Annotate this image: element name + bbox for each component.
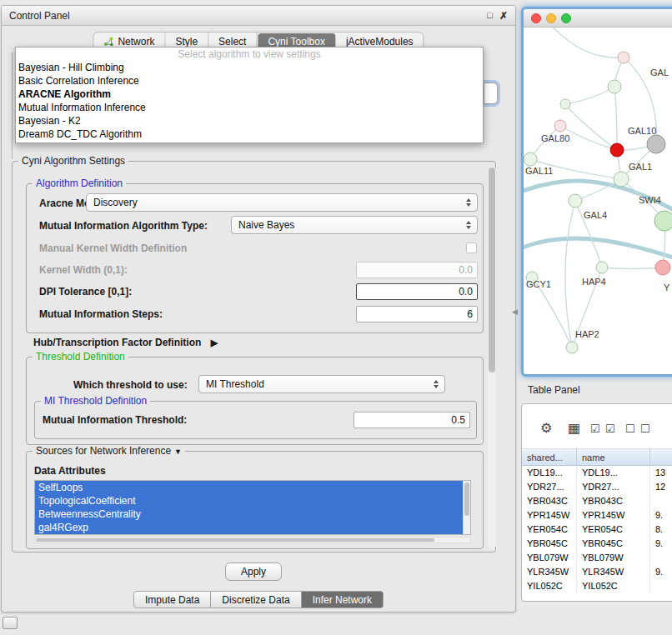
network-icon — [103, 37, 113, 47]
network-node[interactable] — [608, 80, 621, 93]
which-threshold-select[interactable]: MI Threshold — [198, 375, 445, 393]
algorithm-option[interactable]: Bayesian - K2 — [16, 114, 483, 128]
panel-divider-arrow[interactable]: ◀ — [512, 308, 518, 316]
network-node[interactable] — [610, 143, 624, 157]
network-node[interactable] — [647, 135, 665, 153]
column-header-extra[interactable] — [650, 449, 672, 465]
threshold-definition-group: Threshold Definition Which threshold to … — [26, 357, 484, 445]
combo-stepper-icon — [464, 198, 473, 207]
network-node-label: GAL4 — [584, 210, 607, 220]
cell-extra — [650, 579, 672, 593]
gear-icon[interactable]: ⚙ — [540, 420, 552, 436]
bottom-tab[interactable]: Impute Data — [133, 591, 211, 608]
manual-kernel-label: Manual Kernel Width Definition — [39, 242, 187, 254]
manual-kernel-checkbox[interactable] — [466, 242, 477, 253]
dpi-tolerance-input[interactable] — [356, 283, 478, 300]
network-node[interactable] — [569, 194, 582, 208]
close-window-icon[interactable]: ✗ — [499, 10, 508, 22]
unchecked-box-icon[interactable]: ☐ — [640, 422, 650, 435]
unchecked-box-icon[interactable]: ☐ — [625, 422, 635, 435]
mi-type-value: Naive Bayes — [238, 219, 294, 231]
algorithm-option[interactable]: ARACNE Algorithm — [16, 88, 483, 101]
table-panel: ⚙ ▦ ☑ ☑ ☐ ☐ shared... name YDL19... YDL1… — [521, 403, 672, 602]
cyni-settings-group: Cyni Algorithm Settings Algorithm Defini… — [12, 161, 496, 552]
network-node[interactable] — [618, 52, 629, 63]
table-row[interactable]: YBR043C YBR043C — [522, 494, 672, 508]
algorithm-option[interactable]: Dream8 DC_TDC Algorithm — [16, 128, 483, 141]
cell-name: YDR27... — [577, 480, 650, 494]
network-edge[interactable] — [614, 87, 617, 150]
table-row[interactable]: YPR145W YPR145W 9. — [522, 508, 672, 522]
network-edge[interactable] — [565, 201, 575, 348]
table-row[interactable]: YDR27... YDR27... 12 — [522, 480, 672, 494]
network-edge[interactable] — [565, 104, 617, 150]
float-window-icon[interactable]: □ — [487, 10, 493, 20]
hub-definition-toggle[interactable]: Hub/Transcription Factor Definition ▶ — [33, 337, 218, 348]
sources-toggle[interactable]: Sources for Network Inference▼ — [33, 445, 185, 457]
network-edge[interactable] — [565, 87, 614, 104]
network-node-label: Y — [664, 282, 670, 292]
network-node[interactable] — [655, 260, 670, 275]
table-row[interactable]: YBR045C YBR045C 9. — [522, 537, 672, 551]
columns-icon[interactable]: ▦ — [568, 420, 580, 436]
mi-type-label: Mutual Information Algorithm Type: — [39, 220, 208, 232]
panel-tab-label: Network — [118, 36, 154, 48]
network-edge[interactable] — [549, 28, 624, 58]
cell-shared-name: YDL19... — [522, 466, 577, 480]
network-view-window: GAL80GAL10GAL11GAL1SWI4GAL4GCY1HAP4HAP2G… — [521, 7, 672, 377]
attribute-list-item[interactable]: SelfLoops — [35, 481, 470, 494]
table-row[interactable]: YDL19... YDL19... 13 — [522, 466, 672, 480]
network-canvas[interactable]: GAL80GAL10GAL11GAL1SWI4GAL4GCY1HAP4HAP2G… — [524, 28, 672, 374]
attribute-list-item[interactable]: TopologicalCoefficient — [35, 494, 470, 508]
list-horizontal-scrollbar[interactable] — [34, 537, 471, 543]
minimized-panel-icon[interactable] — [3, 617, 18, 629]
network-node[interactable] — [524, 152, 537, 166]
mi-threshold-input[interactable] — [354, 412, 470, 428]
cyni-settings-title: Cyni Algorithm Settings — [18, 155, 128, 167]
list-vertical-scrollbar[interactable] — [463, 481, 470, 534]
network-node[interactable] — [614, 172, 629, 187]
attribute-list-item[interactable]: BetweennessCentrality — [35, 508, 470, 521]
algorithm-option[interactable]: Basic Correlation Inference — [16, 74, 483, 88]
checked-box-icon[interactable]: ☑ — [590, 422, 600, 435]
desktop: Control Panel □ ✗ Network — [0, 0, 672, 635]
algorithm-option[interactable]: Mutual Information Inference — [16, 101, 483, 114]
mi-type-select[interactable]: Naive Bayes — [231, 216, 478, 234]
table-row[interactable]: YER054C YER054C 8. — [522, 522, 672, 537]
network-node[interactable] — [554, 120, 566, 132]
algorithm-option[interactable]: Bayesian - Hill Climbing — [16, 61, 483, 74]
checked-box-icon[interactable]: ☑ — [605, 422, 615, 435]
network-node[interactable] — [654, 211, 672, 231]
network-node-label: GAL — [650, 68, 669, 78]
network-node[interactable] — [566, 342, 578, 353]
cell-name: YIL052C — [577, 579, 650, 593]
which-threshold-value: MI Threshold — [206, 378, 264, 390]
column-header-shared-name[interactable]: shared... — [522, 449, 577, 465]
network-node[interactable] — [560, 99, 570, 109]
control-panel-titlebar[interactable]: Control Panel □ ✗ — [2, 6, 515, 26]
table-row[interactable]: YIL052C YIL052C — [522, 579, 672, 593]
minimize-traffic-light-icon[interactable] — [546, 13, 556, 23]
apply-button[interactable]: Apply — [225, 562, 282, 581]
bottom-tab[interactable]: Discretize Data — [211, 591, 301, 608]
network-edge[interactable] — [602, 268, 663, 269]
aracne-mode-select[interactable]: Discovery — [86, 193, 478, 212]
attribute-list-item[interactable]: gal4RGexp — [35, 521, 470, 534]
bottom-tab[interactable]: Infer Network — [302, 591, 384, 608]
table-row[interactable]: YBL079W YBL079W — [522, 551, 672, 565]
kernel-width-input[interactable] — [356, 262, 478, 278]
settings-scrollbar[interactable] — [488, 166, 496, 549]
zoom-traffic-light-icon[interactable] — [561, 13, 571, 23]
data-attributes-list[interactable]: SelfLoops TopologicalCoefficient Between… — [34, 480, 471, 535]
close-traffic-light-icon[interactable] — [531, 13, 541, 23]
panel-tab-label: jActiveModules — [346, 36, 414, 48]
table-row[interactable]: YLR345W YLR345W 9. — [522, 565, 672, 579]
network-window-titlebar[interactable] — [524, 9, 672, 28]
cell-extra: 12 — [650, 480, 672, 494]
column-header-name[interactable]: name — [577, 449, 650, 465]
algorithm-combo-fragment[interactable] — [484, 82, 498, 104]
settings-scrollbar-thumb[interactable] — [489, 168, 495, 372]
algorithm-dropdown-popup: Select algorithm to view settings Bayesi… — [15, 47, 484, 143]
network-node[interactable] — [596, 262, 608, 273]
mi-steps-input[interactable] — [356, 306, 478, 322]
